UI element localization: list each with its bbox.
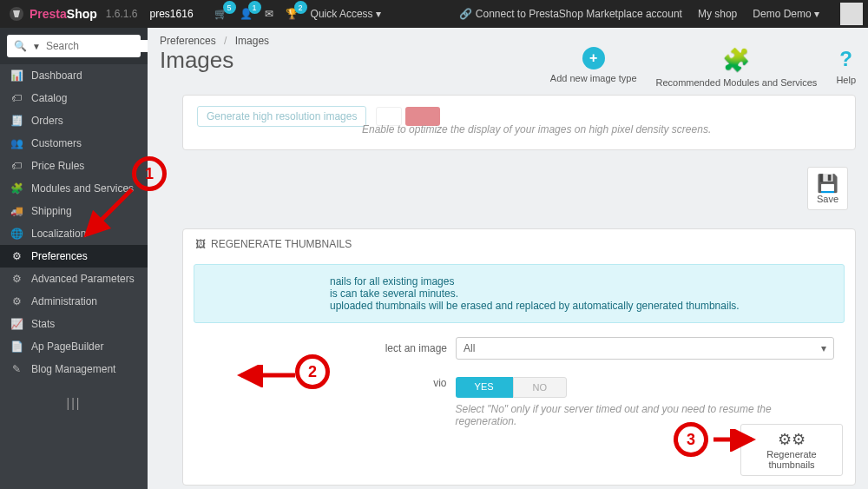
wrench-icon: ⚙ bbox=[10, 250, 23, 262]
add-image-type-button[interactable]: + Add new image type bbox=[550, 47, 637, 88]
pencil-icon: ✎ bbox=[10, 363, 23, 375]
nav-label: Localization bbox=[31, 228, 86, 240]
nav-label: Catalog bbox=[31, 92, 67, 104]
nav-preferences[interactable]: ⚙Preferences General Orders Products Cus… bbox=[0, 245, 148, 268]
heading-text: REGENERATE THUMBNAILS bbox=[211, 238, 352, 250]
help-button[interactable]: ? Help bbox=[836, 47, 856, 88]
nav-pagebuilder[interactable]: 📄Ap PageBuilder bbox=[0, 335, 148, 358]
breadcrumb-child: Images bbox=[235, 35, 269, 47]
chevron-down-icon[interactable]: ▼ bbox=[32, 42, 41, 51]
marketplace-link[interactable]: 🔗 Connect to PrestaShop Marketplace acco… bbox=[459, 8, 681, 20]
regenerate-thumbnails-button[interactable]: ⚙⚙ Regenerate thumbnails bbox=[740, 424, 843, 476]
page-icon: 📄 bbox=[10, 340, 23, 353]
content-area: Preferences / Images Images + Add new im… bbox=[148, 28, 868, 489]
nav-label: Blog Management bbox=[31, 363, 115, 375]
nav-stats[interactable]: 📈Stats bbox=[0, 313, 148, 335]
nav-dashboard[interactable]: 📊Dashboard bbox=[0, 64, 148, 87]
modules-label: Recommended Modules and Services bbox=[656, 77, 818, 88]
select-image-dropdown[interactable]: All ▾ bbox=[456, 337, 834, 360]
nav-blog[interactable]: ✎Blog Management bbox=[0, 358, 148, 380]
quick-access-menu[interactable]: Quick Access ▾ bbox=[311, 8, 381, 20]
help-label: Help bbox=[836, 75, 856, 85]
page-header: Images + Add new image type 🧩 Recommende… bbox=[148, 47, 868, 93]
panel-high-res: Generate high resolution images Enable t… bbox=[182, 95, 856, 150]
regen-label: Regenerate thumbnails bbox=[766, 449, 817, 470]
users-icon: 👥 bbox=[10, 137, 23, 149]
select-image-label: lect an image bbox=[343, 342, 447, 354]
nav-price-rules[interactable]: 🏷Price Rules bbox=[0, 155, 148, 177]
nav-customers[interactable]: 👥Customers bbox=[0, 132, 148, 155]
tag-icon: 🏷 bbox=[10, 92, 23, 104]
breadcrumb-parent[interactable]: Preferences bbox=[160, 35, 216, 47]
nav-advanced[interactable]: ⚙Advanced Parameters bbox=[0, 268, 148, 290]
nav-label: Ap PageBuilder bbox=[31, 340, 103, 353]
receipt-icon: 🧾 bbox=[10, 115, 23, 127]
select-value: All bbox=[464, 342, 475, 354]
toggle-no[interactable]: NO bbox=[513, 377, 568, 398]
quick-access-label: Quick Access bbox=[311, 8, 373, 20]
header-actions: + Add new image type 🧩 Recommended Modul… bbox=[550, 47, 856, 88]
topbar-right: 🔗 Connect to PrestaShop Marketplace acco… bbox=[459, 3, 868, 25]
chart-icon: 📈 bbox=[10, 318, 23, 330]
nav-label: Administration bbox=[31, 295, 97, 307]
brand-logo-icon bbox=[9, 6, 24, 22]
user-icon[interactable]: 👤1 bbox=[240, 8, 253, 20]
nav-label: Stats bbox=[31, 318, 55, 330]
cart-icon[interactable]: 🛒5 bbox=[214, 8, 227, 20]
high-res-hint: Enable to optimize the display of your i… bbox=[362, 123, 841, 135]
version-label: 1.6.1.6 bbox=[106, 8, 138, 20]
image-icon: 🖼 bbox=[195, 238, 206, 250]
main-nav: 📊Dashboard 🏷Catalog 🧾Orders 👥Customers 🏷… bbox=[0, 64, 148, 380]
nav-modules[interactable]: 🧩Modules and Services bbox=[0, 177, 148, 200]
puzzle-icon: 🧩 bbox=[722, 47, 750, 74]
gauge-icon: 📊 bbox=[10, 69, 23, 82]
trophy-icon[interactable]: 🏆2 bbox=[286, 8, 299, 20]
cog2-icon: ⚙ bbox=[10, 295, 23, 307]
panel-regenerate: 🖼REGENERATE THUMBNAILS nails for all exi… bbox=[182, 228, 856, 486]
nav-administration[interactable]: ⚙Administration bbox=[0, 290, 148, 313]
row-select-image: lect an image All ▾ bbox=[183, 328, 855, 368]
nav-shipping[interactable]: 🚚Shipping bbox=[0, 200, 148, 222]
nav-orders[interactable]: 🧾Orders bbox=[0, 109, 148, 132]
search-icon: 🔍 bbox=[14, 40, 27, 52]
shop-name[interactable]: pres1616 bbox=[150, 8, 194, 20]
my-shop-link[interactable]: My shop bbox=[698, 8, 737, 20]
trophy-badge: 2 bbox=[294, 1, 307, 14]
avatar[interactable] bbox=[840, 3, 863, 25]
nav-label: Dashboard bbox=[31, 69, 82, 82]
topbar: PrestaShop 1.6.1.6 pres1616 🛒5 👤1 ✉ 🏆2 Q… bbox=[0, 0, 868, 28]
brand: PrestaShop 1.6.1.6 pres1616 bbox=[0, 6, 202, 22]
nav-localization[interactable]: 🌐Localization bbox=[0, 222, 148, 245]
save-icon: 💾 bbox=[817, 173, 838, 194]
brand-pink: Presta bbox=[30, 7, 67, 21]
erase-toggle: YES NO bbox=[456, 377, 834, 398]
demo-user-label: Demo Demo bbox=[753, 8, 811, 20]
search-box[interactable]: 🔍 ▼ bbox=[7, 35, 141, 57]
mail-icon[interactable]: ✉ bbox=[265, 8, 273, 20]
recommended-modules-button[interactable]: 🧩 Recommended Modules and Services bbox=[656, 47, 818, 88]
user-badge: 1 bbox=[248, 1, 261, 14]
nav-label: Modules and Services bbox=[31, 182, 134, 195]
brand-white: Shop bbox=[67, 7, 97, 21]
user-menu[interactable]: Demo Demo ▾ bbox=[753, 8, 819, 20]
nav-label: Shipping bbox=[31, 205, 72, 217]
brand-text: PrestaShop bbox=[30, 7, 97, 21]
alert-line2: is can take several minutes. bbox=[330, 287, 830, 300]
save-button[interactable]: 💾 Save bbox=[807, 167, 848, 210]
toggle-yes[interactable]: YES bbox=[456, 377, 513, 398]
page-title: Images bbox=[160, 47, 233, 74]
truck-icon: 🚚 bbox=[10, 205, 23, 217]
nav-label: Advanced Parameters bbox=[31, 273, 135, 285]
search-wrap: 🔍 ▼ bbox=[0, 28, 148, 64]
topbar-icons: 🛒5 👤1 ✉ 🏆2 Quick Access ▾ bbox=[214, 8, 381, 20]
nav-label: Price Rules bbox=[31, 160, 84, 172]
plus-icon: + bbox=[582, 47, 605, 69]
chevron-down-icon: ▾ bbox=[821, 342, 826, 354]
sidebar-collapse-icon[interactable]: ||| bbox=[0, 396, 148, 410]
add-label: Add new image type bbox=[550, 73, 637, 83]
nav-catalog[interactable]: 🏷Catalog bbox=[0, 87, 148, 109]
regenerate-heading: 🖼REGENERATE THUMBNAILS bbox=[183, 229, 855, 259]
nav-label: Preferences bbox=[31, 250, 88, 262]
breadcrumb-sep: / bbox=[224, 35, 227, 47]
help-icon: ? bbox=[839, 47, 852, 71]
